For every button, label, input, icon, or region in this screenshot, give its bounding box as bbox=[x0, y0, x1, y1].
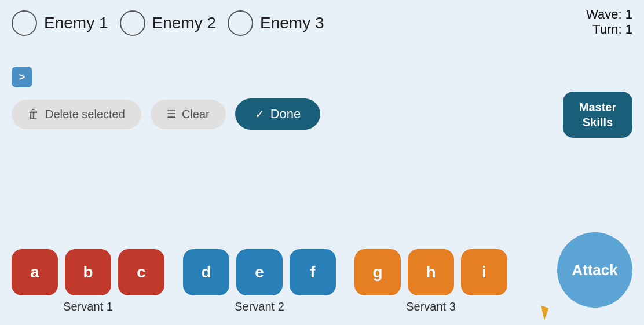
servant-2-btn-d[interactable]: d bbox=[183, 249, 229, 295]
servant-3-buttons: g h i bbox=[354, 249, 507, 295]
delete-selected-button[interactable]: 🗑 Delete selected bbox=[12, 100, 141, 129]
enemy-3-circle[interactable] bbox=[228, 10, 253, 36]
enemy-1-label: Enemy 1 bbox=[44, 14, 108, 32]
enemy-1-item: Enemy 1 bbox=[12, 10, 108, 36]
servant-1-btn-c[interactable]: c bbox=[118, 249, 164, 295]
done-label: Done bbox=[270, 107, 301, 122]
clear-button[interactable]: ☰ Clear bbox=[151, 100, 226, 129]
chevron-right-icon: > bbox=[19, 71, 25, 83]
attack-label: Attack bbox=[572, 261, 617, 279]
servant-3-btn-h[interactable]: h bbox=[408, 249, 454, 295]
checkmark-icon: ✓ bbox=[255, 107, 265, 121]
wave-info: Wave: 1 Turn: 1 bbox=[586, 7, 632, 37]
servant-2-group: d e f Servant 2 bbox=[183, 249, 336, 313]
servant-3-group: g h i Servant 3 bbox=[354, 249, 507, 313]
done-button[interactable]: ✓ Done bbox=[235, 98, 321, 130]
enemy-2-label: Enemy 2 bbox=[152, 14, 217, 32]
servant-1-group: a b c Servant 1 bbox=[12, 249, 164, 313]
wave-label: Wave: 1 bbox=[586, 7, 632, 22]
servants-section: a b c Servant 1 d e bbox=[12, 249, 632, 313]
expand-button[interactable]: > bbox=[12, 67, 32, 87]
servant-1-btn-a[interactable]: a bbox=[12, 249, 58, 295]
enemy-2-item: Enemy 2 bbox=[120, 10, 217, 36]
enemy-2-circle[interactable] bbox=[120, 10, 145, 36]
servants-row: a b c Servant 1 d e bbox=[12, 249, 632, 313]
servant-3-btn-g[interactable]: g bbox=[354, 249, 401, 295]
servant-2-btn-e[interactable]: e bbox=[236, 249, 283, 295]
servant-2-label: Servant 2 bbox=[235, 300, 284, 313]
servant-2-buttons: d e f bbox=[183, 249, 336, 295]
attack-button[interactable]: Attack bbox=[557, 232, 632, 308]
turn-label: Turn: 1 bbox=[586, 22, 632, 37]
enemy-1-circle[interactable] bbox=[12, 10, 37, 36]
master-skills-button[interactable]: MasterSkills bbox=[563, 92, 632, 138]
enemy-3-label: Enemy 3 bbox=[260, 14, 324, 32]
servant-2-btn-f[interactable]: f bbox=[290, 249, 336, 295]
trash-icon: 🗑 bbox=[28, 108, 39, 121]
delete-label: Delete selected bbox=[45, 108, 125, 121]
servant-1-label: Servant 1 bbox=[63, 300, 113, 313]
clear-label: Clear bbox=[182, 108, 210, 121]
enemy-3-item: Enemy 3 bbox=[228, 10, 324, 36]
servant-3-btn-i[interactable]: i bbox=[461, 249, 507, 295]
servant-1-btn-b[interactable]: b bbox=[65, 249, 111, 295]
enemies-row: Enemy 1 Enemy 2 Enemy 3 bbox=[0, 0, 644, 36]
servant-1-buttons: a b c bbox=[12, 249, 164, 295]
clear-lines-icon: ☰ bbox=[167, 108, 176, 120]
servant-3-label: Servant 3 bbox=[406, 300, 456, 313]
action-buttons-row: 🗑 Delete selected ☰ Clear ✓ Done bbox=[12, 98, 320, 130]
master-skills-label: MasterSkills bbox=[579, 100, 616, 130]
